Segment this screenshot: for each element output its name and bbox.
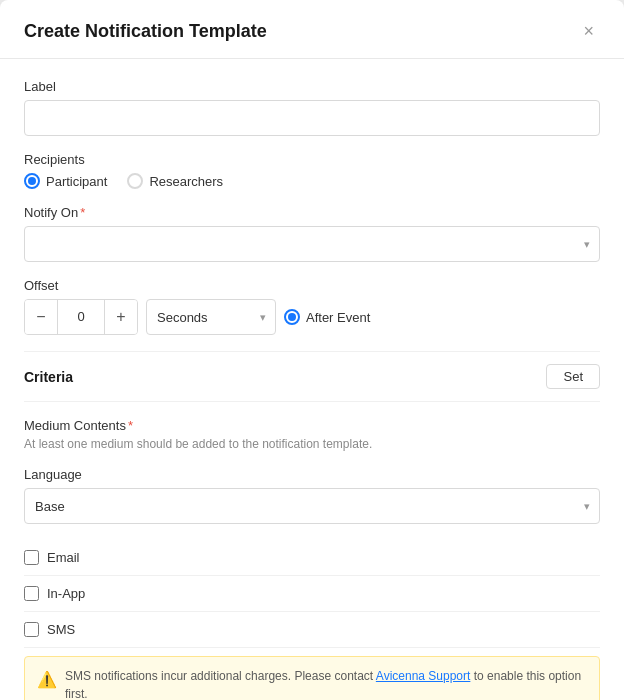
close-button[interactable]: ×	[577, 20, 600, 42]
language-group: Language Base English French Spanish ▾	[24, 467, 600, 524]
notify-on-select-wrapper: ▾	[24, 226, 600, 262]
in-app-checkbox-row: In-App	[24, 576, 600, 612]
set-button[interactable]: Set	[546, 364, 600, 389]
offset-label: Offset	[24, 278, 600, 293]
sms-warning-before: SMS notifications incur additional charg…	[65, 669, 376, 683]
sms-warning: ⚠️ SMS notifications incur additional ch…	[24, 656, 600, 700]
language-select-wrapper: Base English French Spanish ▾	[24, 488, 600, 524]
criteria-row: Criteria Set	[24, 351, 600, 402]
offset-group: Offset − 0 + Seconds Minutes Hours Days …	[24, 278, 600, 335]
criteria-label: Criteria	[24, 369, 73, 385]
decrement-button[interactable]: −	[25, 299, 57, 335]
email-checkbox[interactable]	[24, 550, 39, 565]
after-event-radio[interactable]	[284, 309, 300, 325]
email-label[interactable]: Email	[47, 550, 80, 565]
sms-warning-text: SMS notifications incur additional charg…	[65, 667, 587, 700]
in-app-checkbox[interactable]	[24, 586, 39, 601]
create-notification-modal: Create Notification Template × Label Rec…	[0, 0, 624, 700]
unit-select[interactable]: Seconds Minutes Hours Days	[146, 299, 276, 335]
increment-button[interactable]: +	[105, 299, 137, 335]
recipients-group: Recipients Participant Researchers	[24, 152, 600, 189]
in-app-label[interactable]: In-App	[47, 586, 85, 601]
recipients-options: Participant Researchers	[24, 173, 600, 189]
modal-header: Create Notification Template ×	[0, 0, 624, 59]
notify-on-group: Notify On* ▾	[24, 205, 600, 262]
recipient-participant-label: Participant	[46, 174, 107, 189]
recipient-participant-option[interactable]: Participant	[24, 173, 107, 189]
medium-contents-required: *	[128, 418, 133, 433]
offset-stepper: − 0 +	[24, 299, 138, 335]
label-field-label: Label	[24, 79, 600, 94]
recipients-label: Recipients	[24, 152, 600, 167]
after-event-label: After Event	[306, 310, 370, 325]
modal-title: Create Notification Template	[24, 21, 267, 42]
medium-contents-label: Medium Contents*	[24, 418, 600, 433]
medium-contents-hint: At least one medium should be added to t…	[24, 437, 600, 451]
email-checkbox-row: Email	[24, 540, 600, 576]
notify-on-select[interactable]	[24, 226, 600, 262]
sms-label[interactable]: SMS	[47, 622, 75, 637]
modal-body: Label Recipients Participant Researchers…	[0, 59, 624, 700]
recipient-researchers-radio[interactable]	[127, 173, 143, 189]
label-input[interactable]	[24, 100, 600, 136]
warning-icon: ⚠️	[37, 668, 57, 692]
offset-row: − 0 + Seconds Minutes Hours Days ▾ After…	[24, 299, 600, 335]
sms-checkbox-row: SMS	[24, 612, 600, 648]
avicenna-support-link[interactable]: Avicenna Support	[376, 669, 471, 683]
notify-on-required: *	[80, 205, 85, 220]
label-group: Label	[24, 79, 600, 136]
unit-select-wrapper: Seconds Minutes Hours Days ▾	[146, 299, 276, 335]
recipient-researchers-label: Researchers	[149, 174, 223, 189]
offset-value: 0	[57, 299, 105, 335]
language-select[interactable]: Base English French Spanish	[24, 488, 600, 524]
after-event-option[interactable]: After Event	[284, 309, 370, 325]
language-label: Language	[24, 467, 600, 482]
recipient-researchers-option[interactable]: Researchers	[127, 173, 223, 189]
notify-on-label: Notify On*	[24, 205, 600, 220]
medium-contents-group: Medium Contents* At least one medium sho…	[24, 418, 600, 451]
sms-checkbox[interactable]	[24, 622, 39, 637]
recipient-participant-radio[interactable]	[24, 173, 40, 189]
